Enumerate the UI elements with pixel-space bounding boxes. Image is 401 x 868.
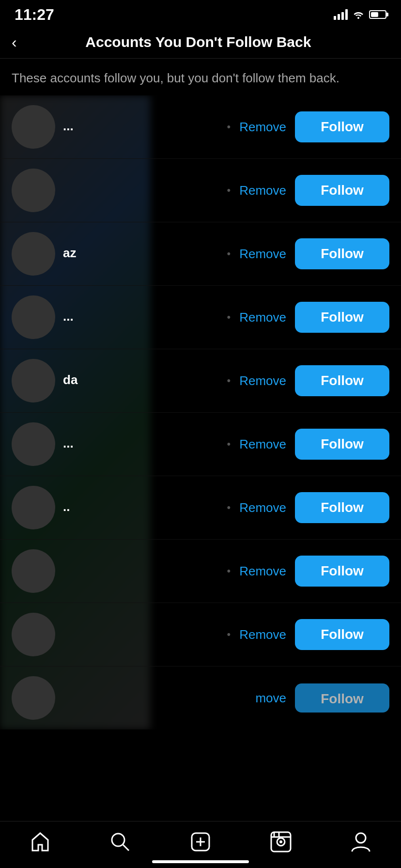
account-left-partial (12, 676, 152, 720)
account-actions: • Remove Follow (227, 619, 389, 650)
avatar (12, 422, 55, 466)
follow-button[interactable]: Follow (295, 238, 389, 269)
status-bar: 11:27 (0, 0, 401, 26)
separator: • (227, 311, 231, 324)
nav-profile[interactable] (349, 830, 372, 853)
create-icon (189, 830, 212, 853)
account-actions: • Remove Follow (227, 111, 389, 142)
separator: • (227, 184, 231, 197)
status-icons (334, 9, 386, 20)
account-left-2 (12, 169, 152, 212)
username: ... (63, 436, 152, 451)
list-item: ... • Remove Follow (0, 286, 401, 349)
avatar (12, 105, 55, 149)
list-item: ... • Remove Follow (0, 95, 401, 159)
separator: • (227, 438, 231, 450)
list-item: .. • Remove Follow (0, 476, 401, 540)
username: az (63, 246, 152, 261)
account-actions: • Remove Follow (227, 238, 389, 269)
svg-point-11 (356, 833, 366, 843)
list-item: az • Remove Follow (0, 222, 401, 286)
follow-button[interactable]: Follow (295, 619, 389, 650)
separator: • (227, 374, 231, 387)
account-actions: • Remove Follow (227, 429, 389, 460)
account-left-8 (12, 549, 152, 593)
avatar (12, 486, 55, 529)
follow-button[interactable]: Follow (295, 429, 389, 460)
separator: • (227, 501, 231, 514)
list-item: • Remove Follow (0, 603, 401, 666)
follow-button[interactable]: Follow (295, 175, 389, 206)
follow-button[interactable]: Follow (295, 492, 389, 523)
avatar (12, 549, 55, 593)
username: da (63, 372, 152, 388)
svg-point-7 (279, 840, 282, 843)
status-time: 11:27 (15, 6, 54, 24)
svg-point-0 (112, 834, 124, 846)
accounts-list: ... • Remove Follow • Remove Follow (0, 95, 401, 729)
follow-button[interactable]: Follow (295, 111, 389, 142)
account-left-4: ... (12, 295, 152, 339)
signal-icon (334, 9, 348, 20)
remove-button-partial[interactable]: move (255, 691, 286, 706)
account-info (63, 634, 152, 636)
remove-button[interactable]: Remove (239, 373, 286, 388)
account-actions: • Remove Follow (227, 302, 389, 333)
avatar (12, 232, 55, 276)
follow-button-partial[interactable]: Follow (295, 683, 389, 713)
account-info: .. (63, 499, 152, 516)
account-left-1: ... (12, 105, 152, 149)
search-icon (108, 830, 132, 853)
header: ‹ Accounts You Don't Follow Back (0, 26, 401, 59)
account-info: az (63, 246, 152, 263)
list-item-partial: move Follow (0, 666, 401, 729)
follow-button[interactable]: Follow (295, 365, 389, 396)
nav-create[interactable] (189, 830, 212, 853)
account-actions: • Remove Follow (227, 175, 389, 206)
avatar (12, 169, 55, 212)
home-indicator (152, 860, 249, 863)
wifi-icon (353, 10, 364, 19)
account-info (63, 570, 152, 572)
nav-reels[interactable] (269, 830, 293, 853)
separator: • (227, 565, 231, 577)
account-actions: • Remove Follow (227, 492, 389, 523)
profile-icon (349, 830, 372, 853)
remove-button[interactable]: Remove (239, 120, 286, 135)
remove-button[interactable]: Remove (239, 627, 286, 642)
account-info: ... (63, 436, 152, 453)
remove-button[interactable]: Remove (239, 183, 286, 198)
home-icon (29, 830, 52, 853)
account-info: ... (63, 119, 152, 136)
username: .. (63, 499, 152, 514)
remove-button[interactable]: Remove (239, 500, 286, 515)
account-info: ... (63, 309, 152, 326)
nav-search[interactable] (108, 830, 132, 853)
remove-button[interactable]: Remove (239, 437, 286, 452)
account-left-6: ... (12, 422, 152, 466)
avatar (12, 295, 55, 339)
nav-home[interactable] (29, 830, 52, 853)
battery-icon (369, 10, 386, 19)
account-actions: • Remove Follow (227, 556, 389, 587)
account-left-5: da (12, 359, 152, 403)
follow-button[interactable]: Follow (295, 556, 389, 587)
page-subtitle: These accounts follow you, but you don't… (0, 59, 401, 95)
follow-button[interactable]: Follow (295, 302, 389, 333)
list-item: da • Remove Follow (0, 349, 401, 413)
remove-button[interactable]: Remove (239, 564, 286, 579)
list-item: ... • Remove Follow (0, 413, 401, 476)
list-item: • Remove Follow (0, 159, 401, 222)
back-button[interactable]: ‹ (12, 34, 17, 50)
username: ... (63, 309, 152, 324)
separator: • (227, 121, 231, 133)
username: ... (63, 119, 152, 134)
avatar (12, 613, 55, 656)
remove-button[interactable]: Remove (239, 310, 286, 325)
avatar (12, 359, 55, 403)
remove-button[interactable]: Remove (239, 247, 286, 262)
page-title: Accounts You Don't Follow Back (27, 34, 370, 50)
account-left-9 (12, 613, 152, 656)
account-actions: • Remove Follow (227, 365, 389, 396)
avatar (12, 676, 55, 720)
